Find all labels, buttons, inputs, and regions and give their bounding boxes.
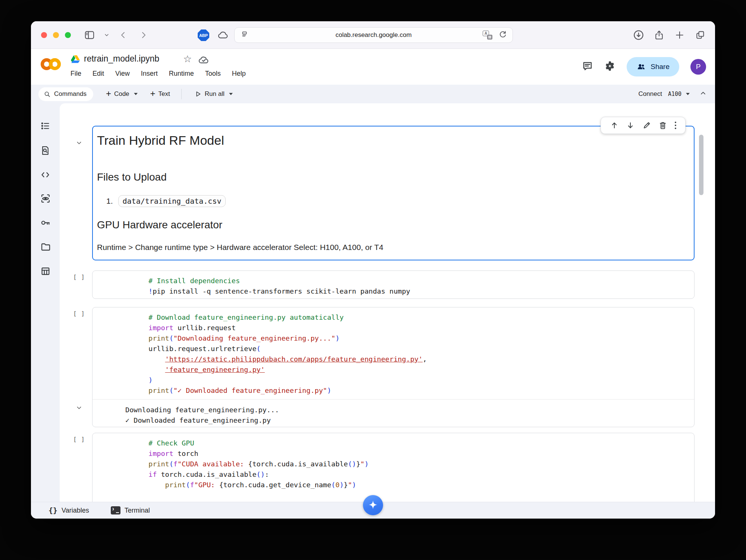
share-button[interactable]: Share: [627, 57, 679, 76]
run-cell-gutter[interactable]: [ ]: [73, 310, 85, 317]
colab-logo[interactable]: [41, 57, 61, 73]
variables-label: Variables: [62, 507, 89, 514]
md-heading-gpu: GPU Hardware accelerator: [97, 219, 222, 231]
run-cell-gutter[interactable]: [ ]: [73, 436, 85, 443]
run-cell-gutter[interactable]: [ ]: [73, 273, 85, 281]
adblock-extension-icon[interactable]: ABP: [198, 29, 209, 41]
code-editor[interactable]: # Install dependencies!pip install -q se…: [93, 271, 694, 300]
commands-label: Commands: [54, 90, 87, 98]
scan-eye-icon[interactable]: [40, 193, 51, 204]
run-all-dropdown-caret[interactable]: [229, 93, 233, 95]
search-icon: [44, 91, 51, 98]
file-path-chip: data/training_data.csv: [118, 195, 226, 207]
braces-icon: {}: [48, 506, 57, 515]
share-label: Share: [651, 63, 670, 71]
menu-bar: File Edit View Insert Runtime Tools Help: [70, 70, 246, 78]
code-cell-install[interactable]: # Install dependencies!pip install -q se…: [92, 270, 695, 299]
notebook-title[interactable]: retrain_model.ipynb: [84, 54, 159, 64]
new-tab-icon[interactable]: [674, 29, 685, 41]
download-icon[interactable]: [633, 29, 644, 41]
cell-output: Downloading feature_engineering.py...✓ D…: [93, 400, 694, 429]
menu-file[interactable]: File: [70, 70, 81, 78]
menu-edit[interactable]: Edit: [93, 70, 104, 78]
back-button[interactable]: [117, 29, 129, 41]
menu-help[interactable]: Help: [232, 70, 246, 78]
md-heading-1: Train Hybrid RF Model: [97, 133, 224, 148]
sidebar-toggle-icon[interactable]: [84, 29, 95, 41]
scrollbar-thumb[interactable]: [699, 135, 703, 195]
tab-overview-icon[interactable]: [695, 29, 706, 41]
find-replace-icon[interactable]: [40, 145, 51, 156]
move-cell-up-icon[interactable]: [610, 121, 619, 130]
people-icon: [636, 62, 646, 71]
secrets-key-icon[interactable]: [40, 217, 51, 228]
left-sidebar: [31, 103, 60, 502]
menu-runtime[interactable]: Runtime: [169, 70, 194, 78]
star-icon[interactable]: ☆: [183, 53, 192, 65]
play-icon: [194, 90, 202, 98]
plus-icon: +: [150, 89, 156, 98]
connect-button[interactable]: Connect: [639, 90, 662, 98]
collapse-output-chevron[interactable]: [75, 404, 84, 412]
md-heading-files: Files to Upload: [97, 171, 167, 183]
close-window-button[interactable]: [41, 32, 47, 38]
forward-button[interactable]: [138, 29, 149, 41]
menu-tools[interactable]: Tools: [205, 70, 221, 78]
code-editor[interactable]: # Check GPUimport torchprint(f"CUDA avai…: [93, 433, 694, 494]
url-text: colab.research.google.com: [235, 31, 513, 39]
colab-header: retrain_model.ipynb ☆ File Edit View Ins…: [31, 49, 715, 85]
md-list-item: 1. data/training_data.csv: [106, 195, 226, 207]
code-editor[interactable]: # Download feature_engineering.py automa…: [93, 307, 694, 399]
browser-chrome: ABP colab.research.google.com A: [31, 21, 715, 49]
settings-gear-icon[interactable]: [604, 60, 615, 73]
menu-view[interactable]: View: [115, 70, 130, 78]
cell-toolbar: [601, 117, 686, 134]
collapse-section-chevron[interactable]: [75, 139, 84, 147]
terminal-icon: [111, 506, 120, 514]
add-code-label: Code: [114, 90, 129, 98]
notebook-canvas: Train Hybrid RF Model Files to Upload 1.…: [60, 103, 715, 502]
run-all-label: Run all: [205, 90, 225, 98]
run-all-button[interactable]: Run all: [194, 90, 225, 98]
list-number: 1.: [106, 197, 113, 206]
add-text-button[interactable]: + Text: [150, 90, 170, 98]
cloud-extension-icon[interactable]: [217, 29, 229, 41]
reload-icon[interactable]: [498, 30, 507, 40]
add-code-button[interactable]: + Code: [106, 90, 129, 98]
edit-cell-icon[interactable]: [642, 121, 651, 130]
connect-dropdown-caret[interactable]: [686, 93, 690, 95]
browser-window: ABP colab.research.google.com A: [31, 21, 715, 519]
data-table-icon[interactable]: [40, 266, 51, 277]
more-cell-actions-icon[interactable]: [675, 122, 677, 129]
table-of-contents-icon[interactable]: [40, 120, 51, 131]
add-text-label: Text: [159, 90, 170, 98]
files-folder-icon[interactable]: [40, 241, 51, 253]
chevron-down-icon[interactable]: [101, 29, 112, 41]
code-cell-gpu[interactable]: # Check GPUimport torchprint(f"CUDA avai…: [92, 433, 695, 502]
variables-button[interactable]: {} Variables: [48, 506, 89, 515]
terminal-button[interactable]: Terminal: [111, 506, 150, 514]
add-code-dropdown-caret[interactable]: [134, 93, 138, 95]
gemini-assistant-button[interactable]: [363, 495, 383, 515]
minimize-window-button[interactable]: [53, 32, 59, 38]
move-cell-down-icon[interactable]: [626, 121, 635, 130]
accelerator-badge: A100: [668, 91, 681, 97]
collapse-header-chevron[interactable]: [699, 90, 707, 99]
markdown-cell[interactable]: Train Hybrid RF Model Files to Upload 1.…: [92, 126, 695, 260]
share-page-icon[interactable]: [653, 29, 665, 41]
commands-button[interactable]: Commands: [38, 87, 93, 101]
url-bar[interactable]: colab.research.google.com A: [234, 27, 513, 43]
desktop-background: ABP colab.research.google.com A: [0, 0, 746, 560]
menu-insert[interactable]: Insert: [141, 70, 158, 78]
plus-icon: +: [106, 89, 111, 98]
zoom-window-button[interactable]: [65, 32, 71, 38]
notebook-toolbar: Commands + Code + Text Run all Connect A…: [31, 85, 715, 103]
code-cell-download[interactable]: # Download feature_engineering.py automa…: [92, 307, 695, 427]
bottom-bar: {} Variables Terminal: [31, 502, 715, 519]
comments-icon[interactable]: [582, 60, 593, 73]
delete-cell-icon[interactable]: [658, 121, 667, 130]
gemini-spark-icon: [367, 500, 379, 511]
account-avatar[interactable]: P: [690, 59, 706, 75]
code-snippets-icon[interactable]: [40, 169, 51, 180]
translate-icon[interactable]: A: [483, 31, 492, 40]
